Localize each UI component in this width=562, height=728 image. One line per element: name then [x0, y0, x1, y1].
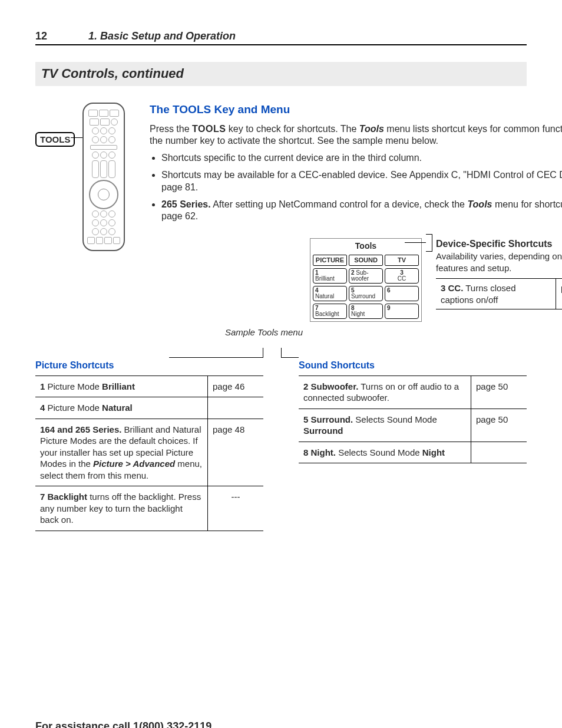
menu-cell: 5Surround — [349, 286, 383, 301]
menu-col-sound: SOUND — [349, 255, 383, 265]
page-number: 12 — [35, 29, 88, 43]
picture-shortcuts-block: Picture Shortcuts 1 Picture Mode Brillia… — [35, 360, 263, 531]
remote-illustration: TOOLS — [35, 103, 135, 338]
picture-shortcuts-table: 1 Picture Mode Brilliant page 46 4 Pictu… — [35, 376, 263, 531]
page-ref: page 51 — [556, 279, 563, 309]
chapter-title: 1. Basic Setup and Operation — [88, 29, 236, 43]
bullet-text: After setting up NetCommand control for … — [211, 199, 468, 209]
section-title: TV Controls, continued — [35, 62, 527, 86]
picture-shortcuts-heading: Picture Shortcuts — [35, 360, 263, 376]
menu-cell: 1Brilliant — [313, 268, 347, 284]
page-ref: --- — [208, 486, 264, 531]
menu-cell: 6 — [385, 286, 419, 301]
page-ref: page 50 — [471, 376, 527, 409]
tools-menu-word: Tools — [467, 199, 492, 209]
device-shortcuts-heading: Device-Specific Shortcuts — [436, 238, 562, 251]
table-row: 8 Night. Selects Sound Mode Night — [299, 442, 527, 463]
menu-cell: 8Night — [349, 304, 383, 319]
intro-paragraph: Press the TOOLS key to check for shortcu… — [150, 123, 562, 148]
subheading: The TOOLS Key and Menu — [150, 103, 562, 117]
bullet-item: Shortcuts may be available for a CEC-ena… — [161, 169, 562, 194]
menu-cell: 3CC — [385, 268, 419, 284]
bullet-item: 265 Series. After setting up NetCommand … — [161, 199, 562, 223]
tools-key-word: TOOLS — [192, 124, 226, 134]
bullet-item: Shortcuts specific to the current device… — [161, 152, 562, 164]
menu-col-picture: PICTURE — [313, 255, 347, 265]
device-shortcuts-table: 3 CC. Turns closed captions on/off page … — [436, 278, 562, 309]
table-row: 7 Backlight turns off the backlight. Pre… — [35, 486, 263, 531]
series-label: 265 Series. — [161, 199, 211, 209]
tools-menu-title: Tools — [310, 239, 421, 255]
menu-col-tv: TV — [385, 255, 419, 265]
device-shortcuts-block: Device-Specific Shortcuts Availability v… — [436, 238, 562, 309]
page-ref — [471, 442, 527, 463]
page-ref: page 46 — [208, 376, 264, 397]
page-ref: page 50 — [471, 409, 527, 442]
table-row: 4 Picture Mode Natural — [35, 397, 263, 419]
menu-cell: 2 Sub- woofer — [349, 268, 383, 284]
menu-cell: 4Natural — [313, 286, 347, 301]
intro-text: Press the — [150, 124, 192, 134]
table-cell: 3 CC. Turns closed captions on/off — [436, 279, 556, 309]
tools-key-label: TOOLS — [35, 132, 75, 147]
page-ref: page 48 — [208, 419, 264, 486]
sample-menu-caption: Sample Tools menu — [150, 327, 310, 338]
sound-shortcuts-table: 2 Subwoofer. Turns on or off audio to a … — [299, 376, 527, 464]
menu-cell: 9 — [385, 304, 419, 319]
table-row: 164 and 265 Series. Brilliant and Natura… — [35, 419, 263, 486]
assistance-footer: For assistance call 1(800) 332-2119 — [35, 720, 527, 728]
table-row: 5 Surround. Selects Sound Mode Surround … — [299, 409, 527, 442]
page-header: 12 1. Basic Setup and Operation — [35, 29, 527, 45]
sound-shortcuts-heading: Sound Shortcuts — [299, 360, 527, 376]
intro-text: key to check for shortcuts. The — [226, 124, 359, 134]
page-ref — [208, 397, 264, 419]
bullet-list: Shortcuts specific to the current device… — [161, 152, 562, 223]
tools-menu-diagram: Tools PICTURE SOUND TV 1Brilliant 2 Sub-… — [310, 238, 422, 321]
sound-shortcuts-block: Sound Shortcuts 2 Subwoofer. Turns on or… — [299, 360, 527, 531]
table-row: 1 Picture Mode Brilliant page 46 — [35, 376, 263, 397]
tools-menu-word: Tools — [359, 124, 384, 134]
table-row: 2 Subwoofer. Turns on or off audio to a … — [299, 376, 527, 409]
menu-cell: 7Backlight — [313, 304, 347, 319]
device-shortcuts-sub: Availability varies, depending on equipm… — [436, 251, 562, 274]
